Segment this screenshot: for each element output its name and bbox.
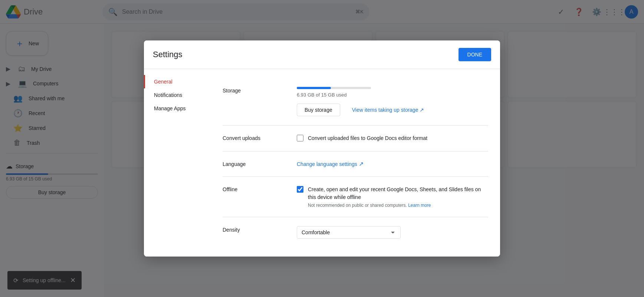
settings-nav-notifications[interactable]: Notifications (144, 88, 211, 102)
density-select[interactable]: Comfortable Cozy Compact (297, 226, 401, 239)
settings-row-offline: Offline Create, open and edit your recen… (223, 177, 488, 217)
density-label: Density (223, 226, 282, 233)
dialog-storage-buttons: Buy storage View items taking up storage… (297, 104, 488, 116)
settings-content: Storage 6.93 GB of 15 GB used Buy storag… (211, 69, 500, 257)
modal-overlay[interactable]: Settings DONE General Notifications Mana… (0, 0, 644, 297)
offline-checkbox-row: Create, open and edit your recent Google… (297, 186, 488, 208)
dialog-storage-bar-fill (297, 87, 331, 89)
settings-row-language: Language Change language settings ↗ (223, 151, 488, 177)
language-link-label: Change language settings (297, 161, 357, 167)
settings-nav-manage-apps[interactable]: Manage Apps (144, 102, 211, 115)
density-content: Comfortable Cozy Compact (297, 226, 488, 239)
offline-label: Offline (223, 186, 282, 192)
settings-row-convert-uploads: Convert uploads Convert uploaded files t… (223, 125, 488, 151)
offline-checkbox[interactable] (297, 186, 303, 193)
settings-title: Settings (153, 50, 183, 59)
convert-uploads-checkbox[interactable] (297, 135, 303, 141)
offline-content: Create, open and edit your recent Google… (297, 186, 488, 208)
dialog-buy-storage-button[interactable]: Buy storage (297, 104, 340, 116)
settings-nav-general[interactable]: General (144, 75, 211, 88)
external-link-icon: ↗ (420, 107, 424, 113)
offline-checkbox-text: Create, open and edit your recent Google… (308, 186, 488, 208)
change-language-link[interactable]: Change language settings ↗ (297, 160, 364, 167)
offline-checkbox-label: Create, open and edit your recent Google… (308, 186, 488, 201)
convert-uploads-checkbox-label: Convert uploaded files to Google Docs ed… (308, 134, 427, 142)
convert-uploads-checkbox-row: Convert uploaded files to Google Docs ed… (297, 134, 488, 142)
language-content: Change language settings ↗ (297, 160, 488, 167)
view-storage-label: View items taking up storage (352, 107, 418, 113)
settings-body: General Notifications Manage Apps Storag… (144, 69, 500, 257)
storage-section-content: 6.93 GB of 15 GB used Buy storage View i… (297, 87, 488, 116)
convert-uploads-content: Convert uploaded files to Google Docs ed… (297, 134, 488, 142)
settings-row-density: Density Comfortable Cozy Compact (223, 217, 488, 248)
convert-uploads-label: Convert uploads (223, 134, 282, 141)
settings-dialog: Settings DONE General Notifications Mana… (144, 40, 500, 257)
view-storage-link[interactable]: View items taking up storage ↗ (345, 104, 432, 116)
done-button[interactable]: DONE (459, 48, 491, 61)
external-icon: ↗ (359, 160, 364, 167)
learn-more-link[interactable]: Learn more (408, 203, 431, 208)
dialog-storage-text: 6.93 GB of 15 GB used (297, 92, 488, 98)
settings-header: Settings DONE (144, 40, 500, 69)
offline-hint: Not recommended on public or shared comp… (308, 203, 488, 208)
settings-nav: General Notifications Manage Apps (144, 69, 211, 257)
dialog-storage-bar-bg (297, 87, 371, 89)
settings-row-storage: Storage 6.93 GB of 15 GB used Buy storag… (223, 78, 488, 125)
language-label: Language (223, 160, 282, 167)
storage-section-label: Storage (223, 87, 282, 94)
